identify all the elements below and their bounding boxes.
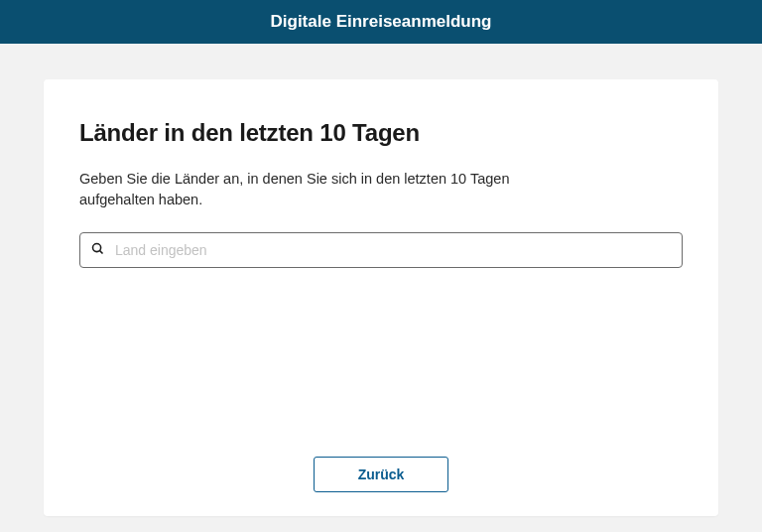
- app-header: Digitale Einreiseanmeldung: [0, 0, 762, 44]
- country-search-container[interactable]: [79, 232, 683, 268]
- app-title: Digitale Einreiseanmeldung: [271, 12, 492, 32]
- country-search-input[interactable]: [115, 242, 672, 258]
- back-button[interactable]: Zurück: [314, 457, 449, 492]
- search-icon: [90, 241, 105, 260]
- page-description: Geben Sie die Länder an, in denen Sie si…: [79, 169, 556, 210]
- content-wrap: Länder in den letzten 10 Tagen Geben Sie…: [0, 44, 762, 532]
- button-row: Zurück: [79, 457, 683, 492]
- svg-line-1: [100, 250, 103, 253]
- svg-point-0: [93, 243, 101, 251]
- page-title: Länder in den letzten 10 Tagen: [79, 119, 683, 147]
- spacer: [79, 268, 683, 457]
- form-card: Länder in den letzten 10 Tagen Geben Sie…: [44, 79, 718, 516]
